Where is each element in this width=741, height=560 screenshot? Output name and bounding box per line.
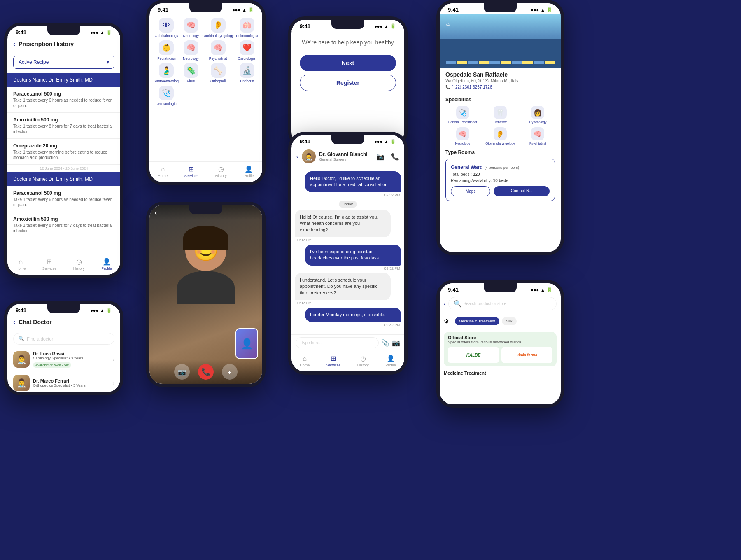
chat-doctor-header: ‹ Chat Doctor xyxy=(7,315,120,329)
room-persons: 4 persons per room xyxy=(486,166,518,170)
doctor-search-bar[interactable]: 🔍 Find a doctor xyxy=(13,333,114,345)
attachment-icon[interactable]: 📎 xyxy=(381,339,389,347)
nav-home-2[interactable]: ⌂ Home xyxy=(158,166,168,178)
register-button[interactable]: Register xyxy=(300,75,396,91)
type-rooms-title: Type Rooms xyxy=(445,149,555,155)
store-brands: KALBE kimia farma xyxy=(448,347,552,363)
chat-back-btn[interactable]: ‹ xyxy=(296,153,298,160)
welcome-buttons: Next Register xyxy=(291,51,404,95)
maps-button[interactable]: Maps xyxy=(451,186,490,196)
room-stats: Total beds : 120 xyxy=(451,172,550,177)
back-btn-7[interactable]: ‹ xyxy=(13,318,15,326)
nav-history-2[interactable]: ◷ History xyxy=(215,165,227,178)
chip-gynecology[interactable]: 👩 Gynecology xyxy=(521,106,555,124)
rx-item-amoxicillin-1: Amoxicillin 500 mg Take 1 tablet every 8… xyxy=(7,113,120,139)
chat-input[interactable]: Type here... xyxy=(296,337,379,348)
doctor-name-luca: Dr. Luca Rossi xyxy=(33,351,109,356)
chip-gp[interactable]: 🩺 General Practitioner xyxy=(445,106,480,124)
nav-services-1[interactable]: ⊞ Services xyxy=(42,258,57,271)
chip-dentistry[interactable]: 🦷 Dentistry xyxy=(483,106,517,124)
filter-icon[interactable]: ⚙ xyxy=(444,318,449,324)
specialty-gastro[interactable]: 🫃 Gastroenterologi xyxy=(154,63,179,83)
next-button[interactable]: Next xyxy=(300,55,396,71)
gp-icon: 🩺 xyxy=(456,106,469,119)
doctor-spec-luca: Cardiology Specialist • 3 Years xyxy=(33,356,109,360)
video-back-btn[interactable]: ‹ xyxy=(154,208,157,217)
doctor-item-luca[interactable]: 👨‍⚕️ Dr. Luca Rossi Cardiology Specialis… xyxy=(7,348,120,371)
history-icon-5: ◷ xyxy=(360,355,366,362)
gastro-icon: 🫃 xyxy=(159,63,174,78)
filter-tab-milk[interactable]: Milk xyxy=(502,317,517,325)
msg-4-time: 09:32 PM xyxy=(296,301,404,305)
phone-icon: 📞 xyxy=(445,85,450,89)
phone-specialties: 9:41 ●●●▲🔋 👁 Ophthalmology 🧠 Neurology 👂… xyxy=(146,0,266,185)
date-range: 12 June 2024 - 20 June 2024 xyxy=(7,165,120,172)
search-icon-7: 🔍 xyxy=(19,336,24,341)
specialty-ophthalmology[interactable]: 👁 Ophthalmology xyxy=(154,18,179,38)
specialty-ent[interactable]: 👂 Otorhinolaryngology xyxy=(203,18,234,38)
chip-neurology-h[interactable]: 🧠 Neurology xyxy=(445,127,480,145)
specialty-psychiatrist[interactable]: 🧠 Psychiatrist xyxy=(203,40,234,61)
pharmacy-search-bar[interactable]: 🔍 Search product or store xyxy=(448,297,557,310)
specialty-pediatrician[interactable]: 👶 Pediatrician xyxy=(154,40,179,61)
doctor-spec-marco: Orthopedics Specialist • 3 Years xyxy=(33,383,109,387)
phone-call-icon[interactable]: 📞 xyxy=(391,153,399,161)
notch-7 xyxy=(47,304,80,313)
specialty-endocrin[interactable]: 🔬 Endocrin xyxy=(236,63,258,83)
page-title-1: Prescription History xyxy=(19,41,74,47)
pharmacy-back-btn[interactable]: ‹ xyxy=(444,301,446,307)
history-icon: ◷ xyxy=(76,258,82,266)
nav-profile-5[interactable]: 👤 Profile xyxy=(385,355,396,367)
contact-button[interactable]: Contact N... xyxy=(494,186,550,196)
nav-profile-2[interactable]: 👤 Profile xyxy=(243,165,254,178)
video-call-icon[interactable]: 📷 xyxy=(376,153,384,161)
back-button-1[interactable]: ‹ xyxy=(13,40,15,48)
status-time-5: 9:41 xyxy=(300,138,310,145)
pediatrician-icon: 👶 xyxy=(159,40,174,55)
pharmacy-top-bar: ‹ 🔍 Search product or store xyxy=(440,294,561,313)
nav-history-1[interactable]: ◷ History xyxy=(73,258,85,271)
doctor-info-luca: Dr. Luca Rossi Cardiology Specialist • 3… xyxy=(33,351,109,368)
brand-kimia[interactable]: kimia farma xyxy=(501,347,552,363)
camera-icon[interactable]: 📷 xyxy=(392,339,400,347)
filter-tab-medicine[interactable]: Medicine & Treatment xyxy=(455,317,499,325)
brand-kalbe[interactable]: KALBE xyxy=(448,347,499,363)
chip-ent-h[interactable]: 👂 Otorhinolaryngology xyxy=(483,127,517,145)
video-camera-btn[interactable]: 📷 xyxy=(174,364,190,380)
filter-row: ⚙ Medicine & Treatment Milk xyxy=(440,313,561,329)
specialty-dermatologist[interactable]: 🩺 Dermatologist xyxy=(154,86,179,106)
profile-icon-2: 👤 xyxy=(245,165,253,173)
chip-psychiatrist-h[interactable]: 🧠 Psychiatrist xyxy=(521,127,555,145)
specialty-virus[interactable]: 🦠 Virus xyxy=(182,63,200,83)
nav-home-5[interactable]: ⌂ Home xyxy=(300,355,310,367)
specialty-pulmonologist[interactable]: 🫁 Pulmonologist xyxy=(236,18,258,38)
psychiatrist-h-icon: 🧠 xyxy=(531,127,544,140)
dropdown-recipe[interactable]: Active Recipe ▾ xyxy=(13,56,114,69)
home-icon: ⌂ xyxy=(19,258,23,266)
specialty-cardiologist[interactable]: ❤️ Cardiologist xyxy=(236,40,258,61)
welcome-text: We're here to help keep you healthy xyxy=(291,31,404,51)
store-subtitle: Special offers from various renowned bra… xyxy=(448,340,552,344)
nav-history-5[interactable]: ◷ History xyxy=(357,355,369,367)
doctor-info-marco: Dr. Marco Ferrari Orthopedics Specialist… xyxy=(33,378,109,387)
msg-3-time: 09:32 PM xyxy=(291,266,400,271)
hospital-image: 🌤 xyxy=(440,14,561,68)
doctor-item-marco[interactable]: 👨‍⚕️ Dr. Marco Ferrari Orthopedics Speci… xyxy=(7,371,120,392)
specialty-orthopedi[interactable]: 🦴 Orthopedi xyxy=(203,63,234,83)
doctor-info-chat: Dr. Giovanni Bianchi General Surgery xyxy=(319,152,367,161)
status-time-1: 9:41 xyxy=(16,29,26,35)
specialty-grid: 👁 Ophthalmology 🧠 Neurology 👂 Otorhinola… xyxy=(149,14,262,109)
nav-profile-1[interactable]: 👤 Profile xyxy=(101,258,112,271)
video-end-btn[interactable]: 📞 xyxy=(198,364,214,380)
nav-services-2[interactable]: ⊞ Services xyxy=(184,165,199,178)
today-divider: Today xyxy=(291,200,404,208)
video-mic-btn[interactable]: 🎙 xyxy=(222,364,238,380)
nav-home-1[interactable]: ⌂ Home xyxy=(16,258,26,271)
nav-services-5[interactable]: ⊞ Services xyxy=(326,355,341,367)
nav-bar-2: ⌂ Home ⊞ Services ◷ History 👤 Profile xyxy=(149,161,262,182)
room-actions: Maps Contact N... xyxy=(451,186,550,196)
search-icon-8: 🔍 xyxy=(454,300,462,308)
specialty-neurology2[interactable]: 🧠 Neurology xyxy=(182,40,200,61)
dropdown-label: Active Recipe xyxy=(19,59,49,65)
specialty-neurology[interactable]: 🧠 Neurology xyxy=(182,18,200,38)
